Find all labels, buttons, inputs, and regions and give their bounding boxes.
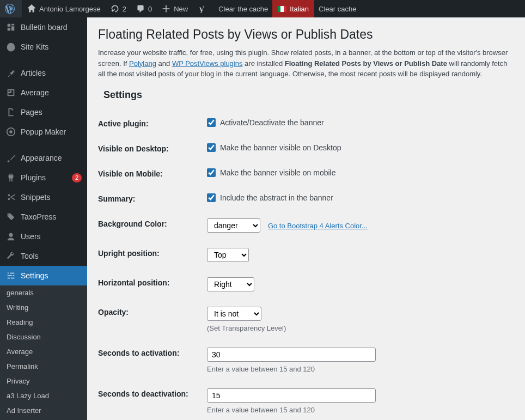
menu-articles[interactable]: Articles [0,63,87,83]
page-title: Floating Related Posts by Views or Publi… [98,27,514,42]
scissors-icon [5,192,16,203]
label-horizontal: Horizontal position: [98,277,207,287]
label-opacity: Opacity: [98,307,207,316]
clear-cache-label: Clear the cache [218,5,268,13]
menu-plugins[interactable]: Plugins 2 [0,168,87,187]
input-sec-activate[interactable] [207,348,376,362]
submenu-discussion[interactable]: Discussion [0,330,87,344]
menu-label: Average [21,88,82,97]
select-bg-color[interactable]: danger [207,218,260,233]
label-sec-activate: Seconds to activation: [98,348,207,357]
menu-label: Pages [21,108,82,117]
menu-appearance[interactable]: Appearance [0,148,87,168]
italian-label: Italian [290,5,309,13]
bootstrap-colors-link[interactable]: Go to Bootstrap 4 Alerts Color... [268,222,368,230]
menu-label: TaxoPress [21,212,82,221]
site-name-text: Antonio Lamorgese [39,5,101,13]
help-sec-activate: Enter a value between 15 and 120 [207,365,514,373]
checkbox-active-plugin[interactable] [207,118,216,127]
user-icon [5,231,16,242]
label-upright: Upright position: [98,248,207,258]
submenu-a3-lazy-load[interactable]: a3 Lazy Load [0,388,87,403]
submenu-writing[interactable]: Writing [0,300,87,315]
menu-label: Users [21,232,82,241]
wordpress-icon [4,3,15,14]
submenu-average[interactable]: Average [0,344,87,359]
submenu-ad-inserter[interactable]: Ad Inserter [0,403,87,418]
menu-average[interactable]: Average [0,83,87,102]
menu-label: Settings [21,271,82,280]
sliders-icon [5,270,16,281]
plugin-icon [5,172,16,183]
menu-pages[interactable]: Pages [0,102,87,122]
menu-popup-maker[interactable]: Popup Maker [0,122,87,142]
wrench-icon [5,251,16,261]
submenu-reading[interactable]: Reading [0,315,87,330]
menu-taxopress[interactable]: TaxoPress [0,207,87,227]
language-italian[interactable]: Italian [272,0,314,17]
menu-site-kits[interactable]: Site Kits [0,37,87,57]
wp-postviews-link[interactable]: WP PostViews plugins [172,59,243,68]
target-icon [5,126,16,137]
plugins-badge: 2 [72,173,82,182]
checkbox-summary[interactable] [207,193,216,202]
input-sec-deactivate[interactable] [207,388,376,403]
intro-text: Increase your website traffic, for free,… [98,47,514,80]
select-opacity[interactable]: It is not [207,307,261,321]
comment-icon [135,3,146,14]
submenu-generals[interactable]: generals [0,285,87,300]
updates[interactable]: 2 [105,0,131,17]
select-horizontal[interactable]: Right [207,277,254,291]
menu-settings[interactable]: Settings [0,266,87,285]
comments-count: 0 [148,5,152,13]
polylang-link[interactable]: Polylang [129,59,156,68]
menu-label: Tools [21,252,82,260]
pin-icon [5,68,16,78]
checkbox-visible-desktop[interactable] [207,143,216,152]
clear-cache2-label: Clear cache [319,5,356,13]
home-icon [26,3,37,14]
dashboard-icon [5,22,16,33]
admin-sidebar: Bulletin board Site Kits Articles Averag… [0,17,87,420]
submenu-privacy[interactable]: Privacy [0,374,87,388]
brush-icon [5,153,16,163]
select-upright[interactable]: Top [207,248,249,262]
comments[interactable]: 0 [131,0,156,17]
new-content[interactable]: New [156,0,192,17]
page-icon [5,107,16,118]
menu-bulletin-board[interactable]: Bulletin board [0,17,87,37]
menu-label: Bulletin board [21,23,82,32]
svg-point-1 [9,130,12,133]
menu-label: Articles [21,69,82,77]
admin-toolbar: Antonio Lamorgese 2 0 New Clear the cach… [0,0,525,17]
media-icon [5,87,16,98]
site-name[interactable]: Antonio Lamorgese [22,0,105,17]
label-sec-deactivate: Seconds to deactivation: [98,388,207,398]
submenu-permalink[interactable]: Permalink [0,359,87,374]
menu-label: Popup Maker [21,127,82,136]
help-sec-deactivate: Enter a value between 15 and 120 [207,406,514,414]
yoast[interactable] [192,0,214,17]
clear-cache-2[interactable]: Clear cache [314,0,361,17]
yoast-icon [197,3,207,14]
label-visible-mobile: Visible on Mobile: [98,168,207,178]
main-content: Floating Related Posts by Views or Publi… [87,17,525,420]
menu-label: Site Kits [21,42,82,51]
google-icon [5,41,16,52]
menu-label: Appearance [21,154,82,162]
plus-icon [161,3,172,14]
menu-tools[interactable]: Tools [0,246,87,266]
checkbox-visible-mobile[interactable] [207,168,216,177]
clear-cache-1[interactable]: Clear the cache [214,0,272,17]
settings-submenu: generals Writing Reading Discussion Aver… [0,285,87,420]
update-icon [109,3,120,14]
label-bg-color: Background Color: [98,218,207,228]
menu-users[interactable]: Users [0,227,87,246]
new-label: New [174,5,188,13]
menu-label: Plugins [21,173,70,182]
submenu-aspose-words[interactable]: Aspose.Words [0,418,87,420]
menu-label: Snippets [21,193,82,202]
wp-logo[interactable] [0,0,22,17]
italian-flag-icon [278,6,286,12]
menu-snippets[interactable]: Snippets [0,187,87,207]
